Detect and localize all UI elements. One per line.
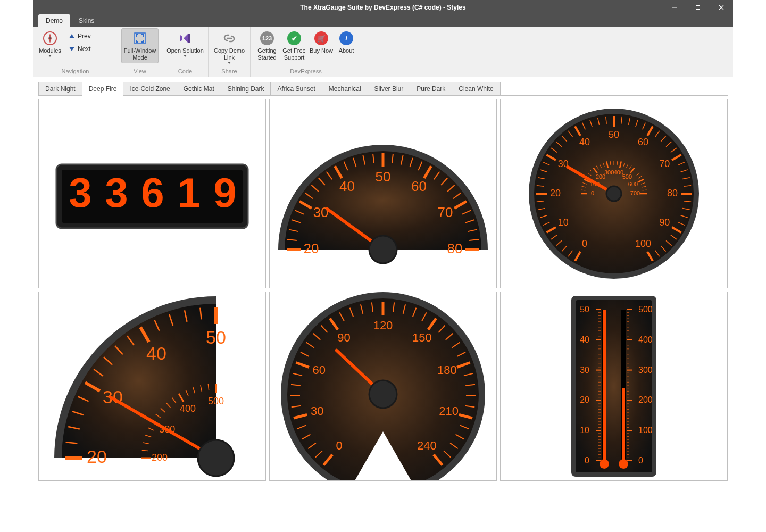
svg-text:0: 0 (638, 456, 643, 465)
prev-button[interactable]: Prev (66, 31, 94, 41)
open-solution-button[interactable]: Open Solution (165, 28, 205, 59)
style-tabs: Dark NightDeep FireIce-Cold ZoneGothic M… (38, 81, 728, 96)
svg-text:0: 0 (582, 238, 587, 249)
getting-started-button[interactable]: 123 Getting Started (254, 28, 280, 63)
svg-text:40: 40 (339, 178, 355, 194)
svg-text:80: 80 (667, 188, 678, 198)
svg-text:20: 20 (580, 395, 589, 404)
style-tab-deep-fire[interactable]: Deep Fire (82, 82, 124, 96)
svg-text:400: 400 (180, 403, 196, 414)
svg-text:50: 50 (580, 305, 589, 314)
group-label-view: View (121, 67, 159, 77)
link-icon (221, 30, 237, 46)
group-label-devexpress: DevExpress (254, 67, 358, 77)
modules-button[interactable]: Modules (36, 28, 64, 59)
title-bar: The XtraGauge Suite by DevExpress (C# co… (33, 0, 733, 14)
about-button[interactable]: i About (335, 28, 358, 56)
svg-text:40: 40 (580, 335, 589, 344)
svg-text:50: 50 (376, 169, 391, 185)
dropdown-caret-icon (228, 62, 231, 64)
close-button[interactable] (710, 0, 733, 14)
svg-text:240: 240 (417, 439, 437, 452)
svg-text:60: 60 (312, 363, 325, 377)
svg-text:20: 20 (550, 188, 561, 198)
gauge-grid: 33619 20304050607080 0102030405060708090… (38, 99, 728, 481)
maximize-button[interactable] (686, 0, 710, 14)
svg-text:70: 70 (437, 204, 453, 220)
dropdown-caret-icon (184, 55, 187, 57)
style-tab-africa-sunset[interactable]: Africa Sunset (270, 82, 322, 96)
free-support-button[interactable]: ✔ Get Free Support (280, 28, 308, 63)
gauge-thermometer: 010203040500100200300400500 (500, 292, 728, 481)
svg-text:200: 200 (152, 452, 168, 463)
svg-point-64 (369, 236, 397, 263)
support-icon: ✔ (286, 30, 302, 46)
svg-point-186 (606, 186, 621, 201)
svg-text:150: 150 (412, 331, 432, 344)
svg-text:50: 50 (206, 327, 226, 347)
style-tab-ice-cold-zone[interactable]: Ice-Cold Zone (123, 82, 177, 96)
group-label-navigation: Navigation (36, 67, 114, 77)
buy-now-button[interactable]: 🛒 Buy Now (308, 28, 335, 56)
svg-text:500: 500 (622, 173, 632, 180)
svg-text:0: 0 (591, 190, 594, 196)
gauge-270: 0306090120150180210240 (269, 292, 497, 481)
svg-text:0: 0 (336, 439, 343, 452)
style-tab-mechanical[interactable]: Mechanical (322, 82, 368, 96)
minimize-button[interactable] (663, 0, 686, 14)
svg-text:40: 40 (146, 343, 166, 363)
svg-text:90: 90 (337, 331, 350, 344)
svg-text:3: 3 (105, 169, 128, 216)
svg-text:9: 9 (213, 169, 236, 216)
style-tab-pure-dark[interactable]: Pure Dark (410, 82, 452, 96)
gauge-quarter: 20304050200300400500 (38, 292, 266, 481)
info-icon: i (338, 30, 354, 46)
svg-text:500: 500 (638, 305, 653, 314)
style-tab-dark-night[interactable]: Dark Night (38, 82, 82, 96)
svg-text:60: 60 (638, 137, 648, 147)
svg-text:30: 30 (580, 365, 589, 375)
svg-text:100: 100 (635, 238, 651, 249)
svg-rect-1 (696, 5, 700, 9)
svg-text:20: 20 (87, 446, 107, 467)
svg-text:10: 10 (580, 426, 589, 435)
getting-started-icon: 123 (259, 30, 275, 46)
ribbon-tab-demo[interactable]: Demo (38, 14, 70, 27)
style-tab-shining-dark[interactable]: Shining Dark (221, 82, 271, 96)
svg-rect-10 (188, 34, 190, 43)
style-tab-silver-blur[interactable]: Silver Blur (368, 82, 411, 96)
next-button[interactable]: Next (66, 44, 94, 54)
svg-text:80: 80 (447, 240, 463, 256)
dropdown-caret-icon (48, 55, 52, 57)
svg-text:200: 200 (638, 395, 653, 404)
ribbon: Modules Prev Next Navigation (33, 27, 733, 77)
gauge-digital: 33619 (38, 99, 266, 288)
svg-text:100: 100 (638, 426, 653, 435)
window-title: The XtraGauge Suite by DevExpress (C# co… (300, 4, 465, 11)
svg-text:20: 20 (304, 240, 319, 256)
fullscreen-icon (132, 30, 148, 46)
svg-text:30: 30 (313, 204, 329, 220)
svg-text:300: 300 (604, 169, 614, 176)
style-tab-gothic-mat[interactable]: Gothic Mat (177, 82, 221, 96)
svg-marker-8 (180, 35, 182, 41)
svg-text:1: 1 (177, 169, 200, 216)
style-tab-clean-white[interactable]: Clean White (452, 82, 500, 96)
svg-text:120: 120 (373, 319, 393, 332)
svg-point-236 (198, 440, 234, 476)
svg-text:180: 180 (437, 363, 457, 377)
group-label-code: Code (165, 67, 205, 77)
triangle-down-icon (69, 47, 74, 51)
svg-text:90: 90 (659, 217, 670, 228)
svg-text:50: 50 (609, 129, 619, 140)
svg-text:600: 600 (628, 181, 638, 187)
ribbon-tab-skins[interactable]: Skins (71, 14, 102, 27)
copy-demo-link-button[interactable]: Copy Demo Link (212, 28, 247, 66)
svg-text:30: 30 (311, 404, 323, 418)
svg-text:3: 3 (69, 169, 91, 216)
visual-studio-icon (177, 30, 193, 46)
svg-text:300: 300 (638, 365, 653, 375)
full-window-mode-button[interactable]: Full-Window Mode (121, 28, 159, 63)
svg-text:400: 400 (638, 335, 653, 344)
svg-text:0: 0 (585, 456, 589, 465)
